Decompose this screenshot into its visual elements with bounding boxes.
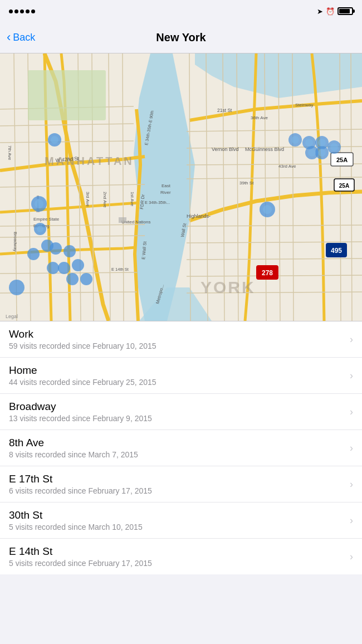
map-svg: 495 278 25A 495 278 25A MANHATTAN YORK W… <box>0 53 362 321</box>
back-label: Back <box>13 32 35 43</box>
list-item-chevron-icon: › <box>350 406 353 418</box>
alarm-icon: ⏰ <box>326 7 335 16</box>
list-item-subtitle: 44 visits recorded since February 25, 20… <box>9 378 345 387</box>
list-item-subtitle: 13 visits recorded since February 9, 201… <box>9 414 345 423</box>
svg-point-55 <box>72 259 84 271</box>
svg-text:Legal: Legal <box>6 314 18 319</box>
list-item[interactable]: E 17th St 6 visits recorded since Februa… <box>0 466 362 502</box>
list-item-title: 30th St <box>9 509 345 521</box>
svg-point-72 <box>318 139 326 147</box>
svg-point-69 <box>263 205 272 214</box>
svg-point-58 <box>9 280 25 295</box>
svg-point-57 <box>80 273 92 285</box>
location-arrow-icon: ➤ <box>317 7 323 16</box>
list-item-content: 8th Ave 8 visits recorded since March 7,… <box>9 437 345 459</box>
svg-text:3rd Ave: 3rd Ave <box>85 192 90 207</box>
page-title: New York <box>156 31 206 44</box>
svg-text:39th St: 39th St <box>239 180 254 186</box>
signal-dots <box>9 9 35 13</box>
svg-point-68 <box>37 226 43 232</box>
list-item[interactable]: Broadway 13 visits recorded since Februa… <box>0 394 362 430</box>
list-item-content: Home 44 visits recorded since February 2… <box>9 364 345 387</box>
list-item-subtitle: 6 visits recorded since February 17, 201… <box>9 486 345 495</box>
list-item-title: Work <box>9 328 345 340</box>
svg-rect-45 <box>119 217 126 223</box>
svg-text:YORK: YORK <box>200 278 256 296</box>
status-bar: ➤ ⏰ <box>0 0 362 22</box>
svg-text:2nd Ave: 2nd Ave <box>102 192 107 208</box>
svg-text:43rd Ave: 43rd Ave <box>278 164 296 169</box>
nav-bar: ‹ Back New York <box>0 22 362 53</box>
list-item-title: 8th Ave <box>9 437 345 449</box>
list-item-chevron-icon: › <box>350 442 353 454</box>
svg-text:Highlands-: Highlands- <box>187 213 211 219</box>
battery-icon <box>337 7 353 15</box>
map-view[interactable]: 495 278 25A 495 278 25A MANHATTAN YORK W… <box>0 53 362 321</box>
status-right: ➤ ⏰ <box>317 7 353 16</box>
svg-text:McGuinness Blvd: McGuinness Blvd <box>245 147 284 152</box>
svg-text:278: 278 <box>262 269 273 277</box>
svg-text:E 14th St: E 14th St <box>111 267 129 272</box>
svg-point-54 <box>58 262 70 274</box>
svg-text:East: East <box>162 183 171 188</box>
svg-text:25A: 25A <box>336 157 348 163</box>
svg-text:Vernon Blvd: Vernon Blvd <box>212 147 239 152</box>
list-item-content: 30th St 5 visits recorded since March 10… <box>9 509 345 531</box>
svg-point-56 <box>66 273 79 285</box>
back-chevron-icon: ‹ <box>7 31 11 43</box>
svg-rect-1 <box>28 70 106 120</box>
list-item-chevron-icon: › <box>350 551 353 563</box>
svg-text:25A: 25A <box>339 183 349 189</box>
list-item-chevron-icon: › <box>350 515 353 526</box>
battery-fill <box>339 9 350 13</box>
svg-text:36th Ave: 36th Ave <box>251 115 268 120</box>
svg-point-52 <box>63 245 76 257</box>
svg-text:21st St: 21st St <box>217 108 232 113</box>
list-item[interactable]: Home 44 visits recorded since February 2… <box>0 358 362 394</box>
list-item[interactable]: Work 59 visits recorded since February 1… <box>0 321 362 358</box>
svg-point-53 <box>47 262 59 274</box>
svg-text:Broadway: Broadway <box>13 232 18 252</box>
list-item-chevron-icon: › <box>350 479 353 490</box>
list-item-title: Home <box>9 364 345 377</box>
list-item[interactable]: E 14th St 5 visits recorded since Februa… <box>0 539 362 574</box>
svg-text:E 34th-35th...: E 34th-35th... <box>145 200 170 205</box>
svg-point-70 <box>291 136 299 144</box>
list-item-title: E 17th St <box>9 473 345 485</box>
svg-text:495: 495 <box>331 247 342 255</box>
list-item-chevron-icon: › <box>350 370 353 382</box>
list-item-subtitle: 59 visits recorded since February 10, 20… <box>9 341 345 350</box>
status-left <box>9 9 42 13</box>
list-item-subtitle: 8 visits recorded since March 7, 2015 <box>9 450 345 459</box>
svg-point-66 <box>51 136 58 144</box>
svg-point-51 <box>50 242 62 255</box>
location-list: Work 59 visits recorded since February 1… <box>0 321 362 574</box>
list-item-content: E 14th St 5 visits recorded since Februa… <box>9 545 345 568</box>
list-item[interactable]: 8th Ave 8 visits recorded since March 7,… <box>0 430 362 466</box>
svg-point-74 <box>318 149 326 157</box>
list-item-content: Broadway 13 visits recorded since Februa… <box>9 401 345 423</box>
svg-text:Steinway: Steinway <box>295 103 313 108</box>
back-button[interactable]: ‹ Back <box>7 32 35 43</box>
svg-text:River: River <box>160 190 171 195</box>
svg-point-50 <box>27 248 40 260</box>
list-item-content: E 17th St 6 visits recorded since Februa… <box>9 473 345 495</box>
list-item-title: E 14th St <box>9 545 345 558</box>
list-item-content: Work 59 visits recorded since February 1… <box>9 328 345 350</box>
list-item-title: Broadway <box>9 401 345 413</box>
svg-text:7th Ave: 7th Ave <box>7 145 12 160</box>
list-item-subtitle: 5 visits recorded since March 10, 2015 <box>9 523 345 531</box>
svg-point-67 <box>35 199 43 208</box>
svg-point-73 <box>308 149 316 157</box>
svg-text:Empire State: Empire State <box>33 217 60 222</box>
svg-point-75 <box>330 143 338 151</box>
list-item-subtitle: 5 visits recorded since February 17, 201… <box>9 559 345 568</box>
list-item-chevron-icon: › <box>350 334 353 345</box>
svg-text:1st Ave: 1st Ave <box>130 192 135 207</box>
svg-point-71 <box>305 139 313 147</box>
list-item[interactable]: 30th St 5 visits recorded since March 10… <box>0 502 362 539</box>
